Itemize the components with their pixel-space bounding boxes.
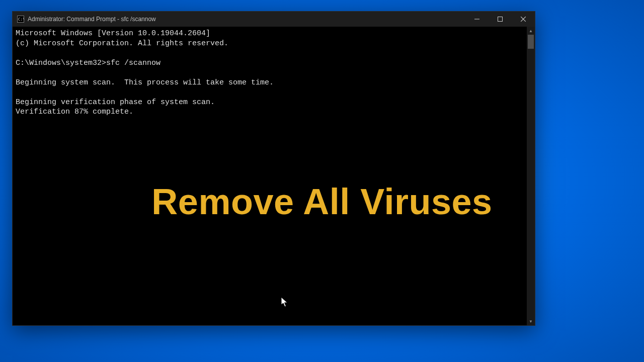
terminal-output[interactable]: Microsoft Windows [Version 10.0.19044.26… — [13, 27, 527, 325]
svg-rect-3 — [498, 17, 503, 22]
command-prompt-window: C:\ Administrator: Command Prompt - sfc … — [12, 11, 535, 326]
entered-command: sfc /scannow — [106, 59, 160, 67]
maximize-button[interactable] — [489, 12, 512, 27]
minimize-button[interactable] — [465, 12, 489, 27]
prompt-path: C:\Windows\system32> — [16, 59, 106, 67]
terminal-line: (c) Microsoft Corporation. All rights re… — [16, 39, 228, 48]
cmd-icon: C:\ — [17, 15, 25, 23]
scroll-thumb[interactable] — [528, 35, 534, 49]
terminal-line: Beginning verification phase of system s… — [16, 98, 215, 107]
titlebar[interactable]: C:\ Administrator: Command Prompt - sfc … — [13, 12, 535, 27]
window-title: Administrator: Command Prompt - sfc /sca… — [28, 16, 156, 23]
terminal-body: Microsoft Windows [Version 10.0.19044.26… — [13, 27, 535, 325]
overlay-headline: Remove All Viruses — [151, 181, 492, 222]
terminal-line: Verification 87% complete. — [16, 108, 133, 116]
scroll-up-icon[interactable]: ▲ — [527, 27, 535, 35]
close-button[interactable] — [512, 12, 535, 27]
scroll-down-icon[interactable]: ▼ — [527, 317, 535, 325]
svg-text:C:\: C:\ — [18, 17, 24, 22]
vertical-scrollbar[interactable]: ▲ ▼ — [527, 27, 535, 325]
terminal-line: Microsoft Windows [Version 10.0.19044.26… — [16, 29, 210, 38]
terminal-line: Beginning system scan. This process will… — [16, 78, 274, 87]
